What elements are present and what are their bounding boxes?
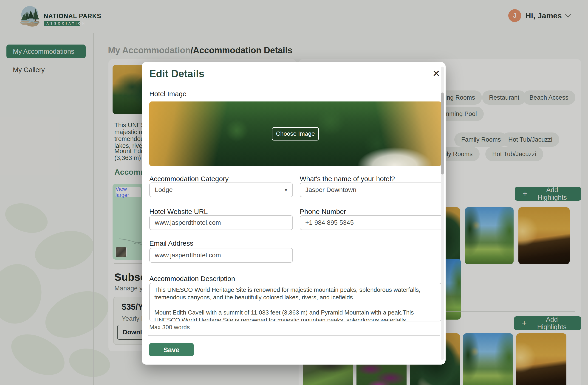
edit-details-modal: Edit Details ✕ Hotel Image Choose Image … <box>142 62 446 365</box>
save-button[interactable]: Save <box>149 343 194 356</box>
description-textarea[interactable]: This UNESCO World Heritage Site is renow… <box>149 283 441 321</box>
description-label: Accommodation Description <box>149 275 235 283</box>
hotel-image-label: Hotel Image <box>149 90 187 98</box>
divider <box>148 335 440 336</box>
select-arrow-icon: ▾ <box>285 187 287 193</box>
hotel-image-preview: Choose Image <box>149 101 441 166</box>
divider <box>148 83 440 83</box>
description-hint: Max 300 words <box>149 324 190 331</box>
modal-title: Edit Details <box>149 68 204 80</box>
website-input[interactable] <box>149 215 293 230</box>
email-input[interactable] <box>149 248 293 263</box>
category-select[interactable]: Lodge ▾ <box>149 182 293 197</box>
hotel-name-label: What's the name of your hotel? <box>300 175 395 183</box>
website-label: Hotel Website URL <box>149 208 208 216</box>
category-value: Lodge <box>155 186 173 194</box>
close-icon[interactable]: ✕ <box>432 69 440 78</box>
phone-label: Phone Number <box>300 208 346 216</box>
modal-scrollbar-track[interactable] <box>441 67 444 360</box>
modal-scrollbar-thumb[interactable] <box>441 93 444 175</box>
category-label: Accommodation Category <box>149 175 229 183</box>
app-window: NATIONAL PARKS ASSOCIATION J Hi, James M… <box>0 0 588 385</box>
choose-image-button[interactable]: Choose Image <box>272 127 319 141</box>
email-label: Email Address <box>149 240 193 247</box>
hotel-name-input[interactable] <box>300 182 443 197</box>
phone-input[interactable] <box>300 215 443 230</box>
